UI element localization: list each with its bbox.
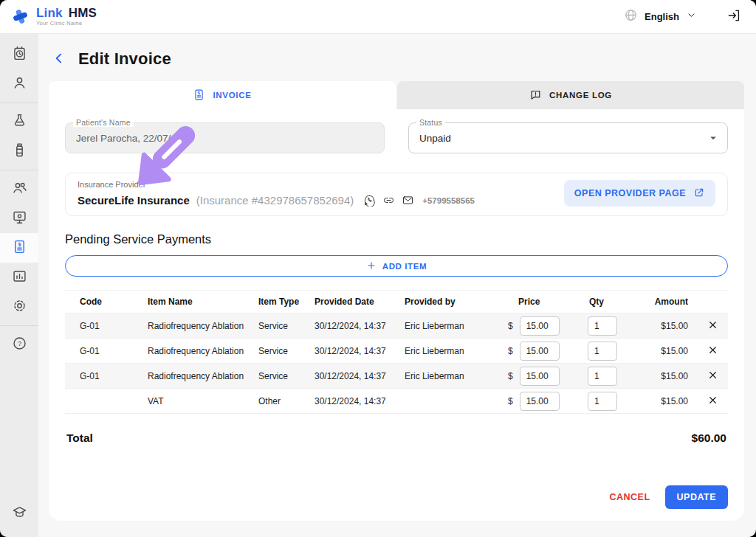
sidebar-item-help[interactable]: ? [0, 330, 38, 359]
table-row: G-01Radiofrequency AblationService30/12/… [65, 339, 728, 364]
delete-row-button[interactable] [707, 370, 718, 383]
status-value: Unpaid [419, 133, 451, 144]
cancel-button[interactable]: CANCEL [605, 486, 654, 508]
sidebar-item-patients[interactable] [0, 69, 38, 99]
insurance-provider-name: SecureLife Insurance [78, 194, 190, 207]
close-icon [707, 395, 718, 408]
svg-text:$: $ [198, 90, 201, 94]
sidebar-item-billing[interactable]: $ [0, 233, 38, 263]
qty-input[interactable] [588, 367, 617, 386]
column-header-code: Code [65, 297, 133, 307]
insurance-provider-panel: Insurance Provider SecureLife Insurance … [65, 173, 728, 216]
workstation-icon [12, 209, 27, 228]
brand-name-primary: Link [36, 6, 63, 20]
cell-code: G-01 [65, 371, 133, 381]
total-label: Total [66, 432, 93, 445]
topbar: Link HMS Your Clinic Name English [0, 0, 756, 34]
cell-item-type: Other [244, 396, 300, 406]
patients-icon [12, 75, 27, 94]
price-input[interactable] [520, 316, 560, 336]
billing-icon: $ [12, 239, 27, 257]
price-input[interactable] [520, 342, 560, 361]
cell-provided-date: 30/12/2024, 14:37 [300, 371, 390, 381]
column-header-type: Item Type [244, 297, 300, 307]
tab-change-log[interactable]: CHANGE LOG [397, 81, 744, 109]
update-button[interactable]: UPDATE [665, 485, 728, 509]
sidebar-item-schedule[interactable] [0, 40, 38, 69]
insurance-provider-label: Insurance Provider [78, 180, 475, 189]
sidebar-item-education[interactable] [0, 499, 38, 528]
cell-code: G-01 [65, 321, 133, 331]
status-select[interactable]: Status Unpaid [408, 122, 728, 153]
add-item-button[interactable]: ADD ITEM [65, 255, 728, 277]
total-value: $60.00 [692, 432, 726, 445]
help-icon: ? [12, 336, 27, 354]
delete-row-button[interactable] [707, 319, 718, 333]
currency-symbol: $ [508, 371, 513, 381]
whatsapp-icon[interactable] [363, 194, 376, 207]
cell-amount: $15.00 [647, 321, 697, 331]
sidebar-item-staff[interactable] [0, 174, 38, 204]
table-row: VATOther30/12/2024, 14:37$$15.00 [65, 389, 728, 414]
status-label: Status [416, 118, 445, 127]
sidebar-divider [0, 170, 38, 170]
currency-symbol: $ [508, 321, 513, 331]
mail-icon[interactable] [402, 194, 414, 207]
payments-table: CodeItem NameItem TypeProvided DateProvi… [65, 290, 728, 414]
delete-row-button[interactable] [707, 344, 718, 358]
cell-provided-date: 30/12/2024, 14:37 [300, 346, 390, 356]
column-header-qty: Qty [582, 297, 647, 307]
cell-item-name: Radiofrequency Ablation [133, 346, 244, 356]
cell-item-type: Service [244, 371, 300, 381]
language-selector[interactable]: English [624, 8, 697, 25]
qty-input[interactable] [588, 316, 617, 336]
qty-input[interactable] [588, 392, 617, 411]
language-label: English [645, 11, 679, 22]
sidebar-divider [0, 103, 38, 103]
cell-item-name: Radiofrequency Ablation [133, 371, 244, 381]
patient-name-label: Patient's Name [73, 118, 134, 127]
external-link-icon [693, 187, 705, 201]
brand-logo[interactable]: Link HMS Your Clinic Name [10, 7, 97, 27]
currency-symbol: $ [508, 346, 513, 356]
price-input[interactable] [520, 392, 560, 411]
brand-tagline: Your Clinic Name [36, 21, 97, 27]
sidebar-item-workstation[interactable] [0, 204, 38, 233]
sidebar-item-pharmacy[interactable] [0, 136, 38, 166]
staff-icon [12, 180, 27, 198]
tab-bar: $INVOICECHANGE LOG [49, 81, 744, 109]
cell-amount: $15.00 [647, 371, 697, 381]
back-button[interactable] [52, 51, 66, 68]
page-title: Edit Invoice [78, 49, 171, 69]
tab-invoice[interactable]: $INVOICE [49, 81, 396, 109]
svg-text:?: ? [17, 339, 21, 347]
select-caret-icon [707, 131, 720, 145]
sidebar-item-reports[interactable] [0, 263, 38, 292]
sidebar-item-laboratory[interactable] [0, 107, 38, 136]
patient-name-field: Patient's Name Jerel Parocha, 22/07/1988 [65, 122, 385, 153]
delete-row-button[interactable] [707, 395, 718, 408]
column-header-by: Provided by [390, 297, 499, 307]
plus-icon [366, 260, 377, 272]
open-provider-page-button[interactable]: OPEN PROVIDER PAGE [564, 180, 715, 207]
invoice-tab-icon: $ [193, 89, 205, 103]
price-input[interactable] [520, 367, 560, 386]
pharmacy-icon [12, 142, 27, 161]
close-icon [707, 370, 718, 383]
section-title: Pending Service Payments [65, 232, 728, 246]
table-row: G-01Radiofrequency AblationService30/12/… [65, 364, 728, 389]
cell-amount: $15.00 [647, 346, 697, 356]
logout-icon [726, 14, 741, 25]
column-header-name: Item Name [133, 297, 244, 307]
logout-button[interactable] [726, 8, 741, 25]
sidebar-item-settings[interactable] [0, 292, 38, 322]
brand-name-secondary: HMS [69, 6, 97, 20]
schedule-icon [12, 46, 27, 64]
close-icon [707, 344, 718, 358]
column-header-date: Provided Date [300, 297, 390, 307]
qty-input[interactable] [588, 342, 617, 361]
link-icon[interactable] [382, 194, 395, 207]
cell-provided-by: Eric Lieberman [390, 321, 499, 331]
settings-icon [12, 298, 27, 316]
cell-code: G-01 [65, 346, 133, 356]
